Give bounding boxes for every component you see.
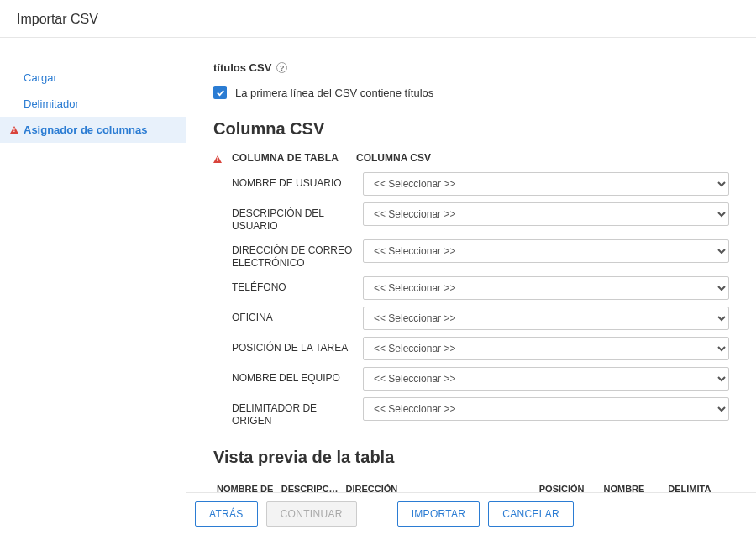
help-icon[interactable]: ?: [276, 62, 287, 73]
table-column-label: OFICINA: [232, 307, 356, 324]
csv-column-select[interactable]: << Seleccionar >>: [363, 337, 729, 360]
csv-column-select[interactable]: << Seleccionar >>: [363, 172, 729, 196]
preview-column-header: DELIMITA: [664, 480, 729, 492]
preview-column-header: POSICIÓN: [536, 480, 601, 492]
preview-column-header: DESCRIPCI…: [278, 480, 343, 492]
csv-column-select[interactable]: << Seleccionar >>: [363, 307, 729, 330]
preview-column-header: [407, 480, 471, 492]
cancel-button[interactable]: CANCELAR: [488, 501, 574, 527]
preview-column-header: DIRECCIÓN: [343, 480, 407, 492]
column-map-row: NOMBRE DEL EQUIPO<< Seleccionar >>: [213, 367, 729, 391]
table-column-label: POSICIÓN DE LA TAREA: [232, 337, 356, 354]
csv-column-select[interactable]: << Seleccionar >>: [363, 276, 729, 300]
csv-column-select[interactable]: << Seleccionar >>: [363, 239, 729, 263]
sidebar-item-delimitador[interactable]: Delimitador: [0, 91, 186, 117]
column-map-row: POSICIÓN DE LA TAREA<< Seleccionar >>: [213, 337, 729, 360]
preview-column-header: [471, 480, 536, 492]
table-column-header: COLUMNA DE TABLA: [232, 152, 349, 164]
column-map-row: DESCRIPCIÓN DEL USUARIO<< Seleccionar >>: [213, 202, 729, 233]
table-column-label: NOMBRE DE USUARIO: [232, 172, 356, 190]
warning-icon: [213, 155, 222, 163]
page-title: Importar CSV: [0, 0, 756, 37]
sidebar-item-label: Delimitador: [24, 97, 79, 110]
column-map-row: DIRECCIÓN DE CORREO ELECTRÓNICO<< Selecc…: [213, 239, 729, 270]
table-column-label: NOMBRE DEL EQUIPO: [232, 367, 356, 385]
column-map-row: TELÉFONO<< Seleccionar >>: [213, 276, 729, 300]
preview-table-headers: NOMBRE DEDESCRIPCI…DIRECCIÓNPOSICIÓNNOMB…: [213, 480, 729, 492]
csv-titles-label: títulos CSV ?: [213, 61, 287, 74]
table-column-label: DELIMITADOR DE ORIGEN: [232, 397, 356, 427]
column-map-row: NOMBRE DE USUARIO<< Seleccionar >>: [213, 172, 729, 196]
import-button[interactable]: IMPORTAR: [397, 501, 480, 527]
table-column-label: TELÉFONO: [232, 276, 356, 294]
warning-icon: [10, 126, 18, 134]
sidebar-item-asignador-columnas[interactable]: Asignador de columnas: [0, 117, 186, 143]
column-map-row: DELIMITADOR DE ORIGEN<< Seleccionar >>: [213, 397, 729, 427]
column-map-row: OFICINA<< Seleccionar >>: [213, 307, 729, 330]
csv-column-select[interactable]: << Seleccionar >>: [363, 367, 729, 391]
csv-column-header: COLUMNA CSV: [356, 152, 431, 164]
sidebar-item-label: Cargar: [24, 71, 57, 84]
table-column-label: DESCRIPCIÓN DEL USUARIO: [232, 202, 356, 233]
first-line-titles-checkbox[interactable]: [213, 86, 227, 99]
first-line-titles-label: La primera línea del CSV contiene título…: [235, 87, 433, 99]
check-icon: [216, 88, 225, 97]
wizard-steps-sidebar: Cargar Delimitador Asignador de columnas: [0, 38, 186, 535]
preview-column-header: NOMBRE DE: [213, 480, 278, 492]
table-column-label: DIRECCIÓN DE CORREO ELECTRÓNICO: [232, 239, 356, 270]
wizard-footer: ATRÁS CONTINUAR IMPORTAR CANCELAR: [186, 492, 756, 535]
back-button[interactable]: ATRÁS: [195, 501, 258, 527]
csv-column-select[interactable]: << Seleccionar >>: [363, 397, 729, 421]
csv-column-select[interactable]: << Seleccionar >>: [363, 202, 729, 226]
continue-button: CONTINUAR: [266, 501, 357, 527]
sidebar-item-cargar[interactable]: Cargar: [0, 65, 186, 91]
column-csv-heading: Columna CSV: [213, 119, 729, 139]
content-scroll-area[interactable]: títulos CSV ? La primera línea del CSV c…: [186, 38, 756, 492]
table-preview-heading: Vista previa de la tabla: [213, 448, 729, 467]
preview-column-header: NOMBRE: [601, 480, 665, 492]
sidebar-item-label: Asignador de columnas: [24, 123, 147, 136]
